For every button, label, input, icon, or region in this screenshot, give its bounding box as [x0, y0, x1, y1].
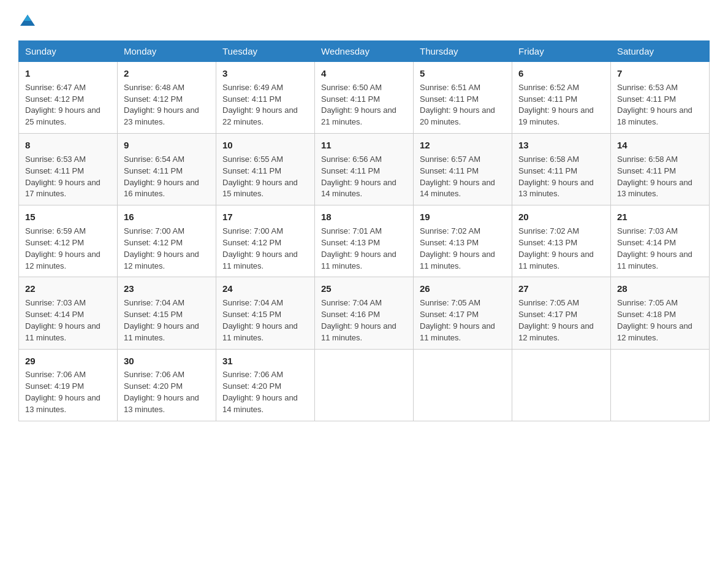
calendar-cell: 10Sunrise: 6:55 AMSunset: 4:11 PMDayligh…: [216, 134, 315, 205]
day-number: 7: [617, 67, 703, 80]
calendar-cell: 24Sunrise: 7:04 AMSunset: 4:15 PMDayligh…: [216, 277, 315, 349]
day-info: Sunrise: 6:54 AMSunset: 4:11 PMDaylight:…: [124, 155, 199, 199]
day-number: 3: [222, 67, 308, 80]
calendar-week-row: 1Sunrise: 6:47 AMSunset: 4:12 PMDaylight…: [19, 62, 710, 134]
day-info: Sunrise: 6:51 AMSunset: 4:11 PMDaylight:…: [420, 83, 495, 127]
day-info: Sunrise: 7:06 AMSunset: 4:19 PMDaylight:…: [25, 370, 100, 414]
calendar-cell: 20Sunrise: 7:02 AMSunset: 4:13 PMDayligh…: [512, 205, 611, 277]
day-info: Sunrise: 6:48 AMSunset: 4:12 PMDaylight:…: [124, 83, 199, 127]
day-number: 24: [222, 282, 308, 296]
day-number: 19: [420, 210, 506, 224]
day-info: Sunrise: 6:57 AMSunset: 4:11 PMDaylight:…: [420, 155, 495, 199]
calendar-cell: 19Sunrise: 7:02 AMSunset: 4:13 PMDayligh…: [414, 205, 512, 277]
day-number: 15: [25, 210, 111, 224]
calendar-cell: 7Sunrise: 6:53 AMSunset: 4:11 PMDaylight…: [611, 62, 710, 134]
day-number: 29: [25, 354, 111, 368]
weekday-header-sunday: Sunday: [19, 41, 118, 62]
calendar-cell: 26Sunrise: 7:05 AMSunset: 4:17 PMDayligh…: [414, 277, 512, 349]
day-number: 17: [222, 210, 308, 224]
page-header: [18, 12, 710, 29]
calendar-cell: 13Sunrise: 6:58 AMSunset: 4:11 PMDayligh…: [512, 134, 611, 205]
day-number: 30: [124, 354, 210, 368]
day-number: 1: [25, 67, 111, 80]
day-info: Sunrise: 6:49 AMSunset: 4:11 PMDaylight:…: [222, 83, 298, 127]
weekday-header-thursday: Thursday: [414, 41, 512, 62]
calendar-cell: [512, 349, 611, 421]
calendar-cell: 29Sunrise: 7:06 AMSunset: 4:19 PMDayligh…: [19, 349, 118, 421]
calendar-week-row: 22Sunrise: 7:03 AMSunset: 4:14 PMDayligh…: [19, 277, 710, 349]
day-info: Sunrise: 7:02 AMSunset: 4:13 PMDaylight:…: [518, 226, 594, 270]
day-info: Sunrise: 7:04 AMSunset: 4:15 PMDaylight:…: [124, 298, 199, 342]
day-number: 10: [222, 139, 308, 152]
calendar-body: 1Sunrise: 6:47 AMSunset: 4:12 PMDaylight…: [19, 62, 710, 421]
calendar-cell: 31Sunrise: 7:06 AMSunset: 4:20 PMDayligh…: [216, 349, 315, 421]
calendar-header: SundayMondayTuesdayWednesdayThursdayFrid…: [19, 41, 710, 62]
day-info: Sunrise: 6:55 AMSunset: 4:11 PMDaylight:…: [222, 155, 298, 199]
weekday-header-wednesday: Wednesday: [315, 41, 414, 62]
calendar-cell: [611, 349, 710, 421]
day-info: Sunrise: 7:03 AMSunset: 4:14 PMDaylight:…: [617, 226, 692, 270]
calendar-cell: [414, 349, 512, 421]
calendar-cell: 5Sunrise: 6:51 AMSunset: 4:11 PMDaylight…: [414, 62, 512, 134]
day-number: 28: [617, 282, 703, 296]
day-number: 16: [124, 210, 210, 224]
calendar-cell: 18Sunrise: 7:01 AMSunset: 4:13 PMDayligh…: [315, 205, 414, 277]
day-info: Sunrise: 7:05 AMSunset: 4:17 PMDaylight:…: [518, 298, 594, 342]
logo: [18, 12, 37, 29]
day-info: Sunrise: 7:00 AMSunset: 4:12 PMDaylight:…: [222, 226, 298, 270]
weekday-header-friday: Friday: [512, 41, 611, 62]
day-number: 4: [321, 67, 407, 80]
day-number: 11: [321, 139, 407, 152]
day-number: 6: [518, 67, 604, 80]
calendar-table: SundayMondayTuesdayWednesdayThursdayFrid…: [18, 40, 710, 421]
svg-marker-1: [24, 15, 31, 21]
day-info: Sunrise: 7:03 AMSunset: 4:14 PMDaylight:…: [25, 298, 100, 342]
calendar-cell: 2Sunrise: 6:48 AMSunset: 4:12 PMDaylight…: [118, 62, 216, 134]
day-info: Sunrise: 6:47 AMSunset: 4:12 PMDaylight:…: [25, 83, 100, 127]
weekday-header-monday: Monday: [118, 41, 216, 62]
day-info: Sunrise: 6:53 AMSunset: 4:11 PMDaylight:…: [617, 83, 692, 127]
weekday-header-row: SundayMondayTuesdayWednesdayThursdayFrid…: [19, 41, 710, 62]
day-number: 25: [321, 282, 407, 296]
day-number: 18: [321, 210, 407, 224]
day-number: 5: [420, 67, 506, 80]
day-info: Sunrise: 6:53 AMSunset: 4:11 PMDaylight:…: [25, 155, 100, 199]
day-info: Sunrise: 7:04 AMSunset: 4:15 PMDaylight:…: [222, 298, 298, 342]
day-number: 23: [124, 282, 210, 296]
calendar-week-row: 15Sunrise: 6:59 AMSunset: 4:12 PMDayligh…: [19, 205, 710, 277]
day-info: Sunrise: 6:59 AMSunset: 4:12 PMDaylight:…: [25, 226, 100, 270]
calendar-cell: 27Sunrise: 7:05 AMSunset: 4:17 PMDayligh…: [512, 277, 611, 349]
calendar-cell: 28Sunrise: 7:05 AMSunset: 4:18 PMDayligh…: [611, 277, 710, 349]
day-number: 2: [124, 67, 210, 80]
logo-icon: [19, 12, 36, 29]
day-info: Sunrise: 7:04 AMSunset: 4:16 PMDaylight:…: [321, 298, 396, 342]
calendar-cell: 17Sunrise: 7:00 AMSunset: 4:12 PMDayligh…: [216, 205, 315, 277]
calendar-week-row: 8Sunrise: 6:53 AMSunset: 4:11 PMDaylight…: [19, 134, 710, 205]
day-info: Sunrise: 7:06 AMSunset: 4:20 PMDaylight:…: [124, 370, 199, 414]
calendar-cell: 14Sunrise: 6:58 AMSunset: 4:11 PMDayligh…: [611, 134, 710, 205]
calendar-cell: 22Sunrise: 7:03 AMSunset: 4:14 PMDayligh…: [19, 277, 118, 349]
day-info: Sunrise: 6:50 AMSunset: 4:11 PMDaylight:…: [321, 83, 396, 127]
day-info: Sunrise: 7:00 AMSunset: 4:12 PMDaylight:…: [124, 226, 199, 270]
day-info: Sunrise: 6:58 AMSunset: 4:11 PMDaylight:…: [518, 155, 594, 199]
day-info: Sunrise: 7:06 AMSunset: 4:20 PMDaylight:…: [222, 370, 298, 414]
calendar-cell: [315, 349, 414, 421]
calendar-week-row: 29Sunrise: 7:06 AMSunset: 4:19 PMDayligh…: [19, 349, 710, 421]
calendar-cell: 25Sunrise: 7:04 AMSunset: 4:16 PMDayligh…: [315, 277, 414, 349]
calendar-cell: 23Sunrise: 7:04 AMSunset: 4:15 PMDayligh…: [118, 277, 216, 349]
calendar-cell: 11Sunrise: 6:56 AMSunset: 4:11 PMDayligh…: [315, 134, 414, 205]
calendar-cell: 4Sunrise: 6:50 AMSunset: 4:11 PMDaylight…: [315, 62, 414, 134]
calendar-cell: 8Sunrise: 6:53 AMSunset: 4:11 PMDaylight…: [19, 134, 118, 205]
day-number: 27: [518, 282, 604, 296]
day-info: Sunrise: 7:05 AMSunset: 4:18 PMDaylight:…: [617, 298, 692, 342]
day-number: 20: [518, 210, 604, 224]
calendar-cell: 12Sunrise: 6:57 AMSunset: 4:11 PMDayligh…: [414, 134, 512, 205]
weekday-header-tuesday: Tuesday: [216, 41, 315, 62]
day-number: 12: [420, 139, 506, 152]
logo-text: [18, 12, 37, 29]
day-number: 21: [617, 210, 703, 224]
day-info: Sunrise: 7:05 AMSunset: 4:17 PMDaylight:…: [420, 298, 495, 342]
day-number: 31: [222, 354, 308, 368]
weekday-header-saturday: Saturday: [611, 41, 710, 62]
day-info: Sunrise: 7:01 AMSunset: 4:13 PMDaylight:…: [321, 226, 396, 270]
